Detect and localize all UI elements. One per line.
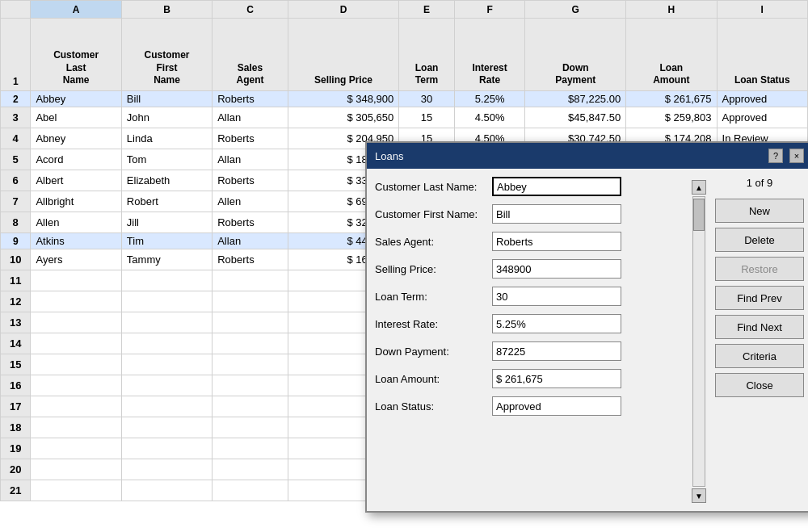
down-payment-input[interactable] (492, 341, 621, 361)
cell-14-b[interactable] (121, 333, 212, 354)
sales-agent-input[interactable] (492, 232, 621, 251)
cell-20-b[interactable] (121, 459, 212, 480)
dialog-help-button[interactable]: ? (768, 149, 783, 163)
restore-button[interactable]: Restore (715, 257, 804, 281)
cell-2-d[interactable]: $ 348,900 (288, 91, 398, 107)
cell-9-a[interactable]: Atkins (31, 233, 121, 249)
cell-2-g[interactable]: $87,225.00 (525, 91, 626, 107)
cell-12-c[interactable] (213, 291, 288, 312)
col-header-i[interactable]: I (717, 1, 807, 19)
cell-16-c[interactable] (213, 375, 288, 396)
cell-3-d[interactable]: $ 305,650 (288, 107, 398, 128)
cell-8-b[interactable]: Jill (121, 212, 212, 233)
find-prev-button[interactable]: Find Prev (715, 286, 804, 310)
cell-18-a[interactable] (31, 417, 121, 438)
cell-15-b[interactable] (121, 354, 212, 375)
scroll-up-button[interactable]: ▲ (692, 180, 706, 195)
cell-11-c[interactable] (213, 270, 288, 291)
cell-19-c[interactable] (213, 438, 288, 459)
cell-2-a[interactable]: Abbey (31, 91, 121, 107)
cell-17-a[interactable] (31, 396, 121, 417)
cell-14-c[interactable] (213, 333, 288, 354)
col-header-g[interactable]: G (525, 1, 626, 19)
cell-2-b[interactable]: Bill (121, 91, 212, 107)
cell-10-c[interactable]: Roberts (213, 249, 288, 270)
cell-2-c[interactable]: Roberts (213, 91, 288, 107)
dialog-close-x-button[interactable]: × (789, 149, 804, 163)
cell-3-f[interactable]: 4.50% (454, 107, 524, 128)
cell-18-c[interactable] (213, 417, 288, 438)
cell-7-a[interactable]: Allbright (31, 191, 121, 212)
cell-2-e[interactable]: 30 (399, 91, 455, 107)
cell-15-c[interactable] (213, 354, 288, 375)
cell-11-b[interactable] (121, 270, 212, 291)
close-button[interactable]: Close (715, 373, 804, 397)
cell-16-a[interactable] (31, 375, 121, 396)
cell-8-c[interactable]: Roberts (213, 212, 288, 233)
cell-18-b[interactable] (121, 417, 212, 438)
cell-13-c[interactable] (213, 312, 288, 333)
cell-7-c[interactable]: Allen (213, 191, 288, 212)
scroll-track[interactable] (692, 196, 705, 487)
loan-status-input[interactable] (492, 396, 621, 416)
cell-7-b[interactable]: Robert (121, 191, 212, 212)
cell-12-a[interactable] (31, 291, 121, 312)
cell-3-g[interactable]: $45,847.50 (525, 107, 626, 128)
criteria-button[interactable]: Criteria (715, 344, 804, 368)
cell-2-f[interactable]: 5.25% (454, 91, 524, 107)
col-header-d[interactable]: D (288, 1, 398, 19)
col-header-b[interactable]: B (121, 1, 212, 19)
cell-21-b[interactable] (121, 480, 212, 501)
cell-5-a[interactable]: Acord (31, 149, 121, 170)
col-header-e[interactable]: E (399, 1, 455, 19)
cell-3-a[interactable]: Abel (31, 107, 121, 128)
cell-2-i[interactable]: Approved (717, 91, 807, 107)
cell-2-h[interactable]: $ 261,675 (626, 91, 717, 107)
col-header-f[interactable]: F (454, 1, 524, 19)
first-name-input[interactable] (492, 204, 621, 224)
cell-3-e[interactable]: 15 (399, 107, 455, 128)
cell-6-c[interactable]: Roberts (213, 170, 288, 191)
interest-rate-input[interactable] (492, 314, 621, 333)
cell-17-c[interactable] (213, 396, 288, 417)
col-header-h[interactable]: H (626, 1, 717, 19)
cell-13-a[interactable] (31, 312, 121, 333)
cell-4-b[interactable]: Linda (121, 128, 212, 149)
cell-3-c[interactable]: Allan (213, 107, 288, 128)
loan-term-input[interactable] (492, 287, 621, 306)
find-next-button[interactable]: Find Next (715, 315, 804, 339)
cell-20-a[interactable] (31, 459, 121, 480)
cell-19-a[interactable] (31, 438, 121, 459)
cell-5-b[interactable]: Tom (121, 149, 212, 170)
cell-8-a[interactable]: Allen (31, 212, 121, 233)
cell-21-a[interactable] (31, 480, 121, 501)
table-row[interactable]: 3AbelJohnAllan$ 305,650154.50%$45,847.50… (1, 107, 808, 128)
delete-button[interactable]: Delete (715, 228, 804, 252)
cell-16-b[interactable] (121, 375, 212, 396)
col-header-a[interactable]: A (31, 1, 121, 19)
last-name-input[interactable] (492, 177, 621, 196)
cell-5-c[interactable]: Allan (213, 149, 288, 170)
cell-13-b[interactable] (121, 312, 212, 333)
cell-14-a[interactable] (31, 333, 121, 354)
cell-21-c[interactable] (213, 480, 288, 501)
cell-4-a[interactable]: Abney (31, 128, 121, 149)
cell-6-a[interactable]: Albert (31, 170, 121, 191)
cell-15-a[interactable] (31, 354, 121, 375)
cell-19-b[interactable] (121, 438, 212, 459)
table-row[interactable]: 2AbbeyBillRoberts$ 348,900305.25%$87,225… (1, 91, 808, 107)
cell-12-b[interactable] (121, 291, 212, 312)
new-button[interactable]: New (715, 199, 804, 223)
cell-10-b[interactable]: Tammy (121, 249, 212, 270)
scroll-down-button[interactable]: ▼ (692, 488, 706, 503)
cell-3-i[interactable]: Approved (717, 107, 807, 128)
col-header-c[interactable]: C (213, 1, 288, 19)
cell-6-b[interactable]: Elizabeth (121, 170, 212, 191)
cell-10-a[interactable]: Ayers (31, 249, 121, 270)
cell-3-h[interactable]: $ 259,803 (626, 107, 717, 128)
scroll-thumb[interactable] (693, 199, 705, 231)
cell-20-c[interactable] (213, 459, 288, 480)
cell-9-b[interactable]: Tim (121, 233, 212, 249)
cell-3-b[interactable]: John (121, 107, 212, 128)
cell-11-a[interactable] (31, 270, 121, 291)
